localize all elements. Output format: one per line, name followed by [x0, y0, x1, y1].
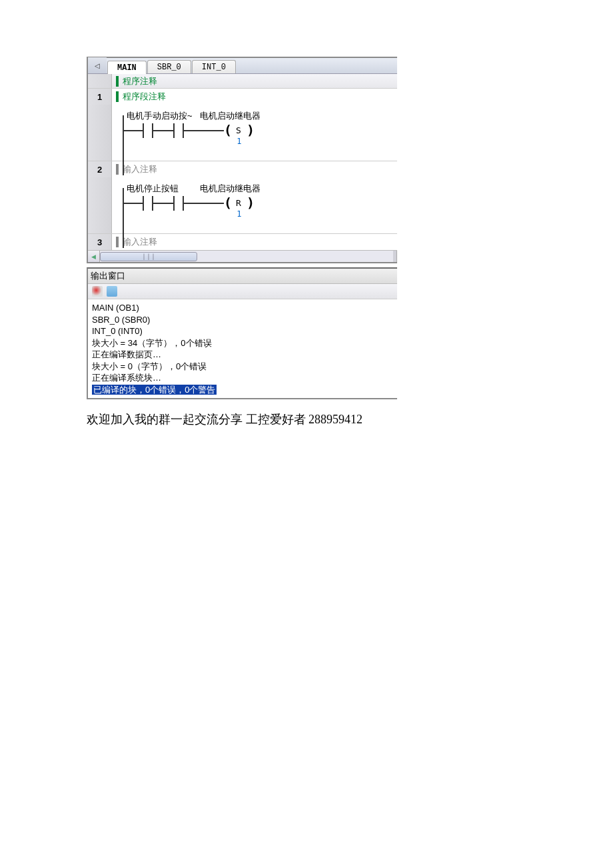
coil-reset[interactable]: ( R ) 1	[224, 195, 255, 211]
network-comment[interactable]: 程序段注释	[123, 91, 166, 103]
contact-no[interactable]	[143, 123, 153, 138]
network-comment[interactable]: 输入注释	[123, 163, 157, 175]
copy-output-icon[interactable]	[107, 286, 117, 297]
comment-bar-icon	[116, 164, 119, 175]
output-label: 电机启动继电器	[200, 183, 280, 195]
contact-no[interactable]	[143, 196, 153, 211]
output-label: 电机启动继电器	[200, 110, 280, 122]
paren-left-icon: (	[224, 122, 232, 138]
wire	[123, 203, 143, 204]
output-line: MAIN (OB1)	[92, 302, 393, 314]
tab-int0[interactable]: INT_0	[192, 60, 236, 73]
network-comment[interactable]: 输入注释	[123, 236, 157, 248]
caption-text: 欢迎加入我的群一起交流分享 工控爱好者 288959412	[87, 411, 613, 427]
output-line: 正在编译系统块…	[92, 372, 393, 384]
contact-label: 电机手动启动按~	[127, 110, 200, 122]
output-line: 块大小 = 34（字节），0个错误	[92, 337, 393, 349]
network-3: 3 输入注释	[88, 234, 397, 250]
left-power-rail	[123, 188, 124, 248]
tab-main[interactable]: MAIN	[107, 61, 147, 74]
scroll-left-button[interactable]	[88, 251, 100, 262]
program-comment-text[interactable]: 程序注释	[123, 75, 157, 87]
comment-bar-icon	[116, 91, 119, 102]
network-number[interactable]: 1	[88, 89, 112, 105]
output-line: 块大小 = 0（字节），0个错误	[92, 361, 393, 373]
output-highlight-line: 已编译的块，0个错误，0个警告	[92, 385, 217, 395]
paren-right-icon: )	[247, 195, 255, 211]
comment-bar-icon	[116, 237, 119, 247]
network-number[interactable]: 3	[88, 234, 112, 250]
coil-set[interactable]: ( S ) 1	[224, 122, 255, 138]
output-window-title: 输出窗口	[88, 269, 397, 284]
network-1: 1 程序段注释 电机手动启动按~ 电机启动继电器	[88, 89, 397, 161]
tab-bar: MAIN SBR_0 INT_0	[88, 58, 397, 74]
output-toolbar	[88, 284, 397, 299]
output-text[interactable]: MAIN (OB1) SBR_0 (SBR0) INT_0 (INT0) 块大小…	[88, 299, 397, 398]
gutter-empty	[88, 74, 112, 88]
contact-no[interactable]	[173, 123, 184, 138]
ladder-rung-2[interactable]: 电机停止按钮 电机启动继电器 ( R )	[112, 177, 397, 233]
output-line: SBR_0 (SBR0)	[92, 314, 393, 326]
tab-scroll-left[interactable]	[88, 57, 107, 73]
comment-bar-icon	[116, 76, 119, 87]
horizontal-scrollbar[interactable]: ⎪⎪⎪	[88, 250, 397, 262]
output-line: INT_0 (INT0)	[92, 325, 393, 337]
wire	[153, 130, 173, 131]
paren-left-icon: (	[224, 195, 232, 211]
splitter[interactable]	[393, 251, 397, 262]
contact-no[interactable]	[173, 196, 184, 211]
paren-right-icon: )	[247, 122, 255, 138]
wire	[184, 130, 224, 131]
plc-editor-window: MAIN SBR_0 INT_0 程序注释 1 程序段注释	[87, 57, 397, 399]
contact-label: 电机停止按钮	[127, 183, 200, 195]
network-2: 2 输入注释 电机停止按钮 电机启动继电器	[88, 161, 397, 234]
network-number[interactable]: 2	[88, 161, 112, 177]
scroll-track[interactable]: ⎪⎪⎪	[100, 251, 393, 262]
ladder-rung-1[interactable]: 电机手动启动按~ 电机启动继电器 ( S )	[112, 105, 397, 161]
output-line: 正在编译数据页…	[92, 349, 393, 361]
left-power-rail	[123, 115, 124, 175]
ladder-editor-panel: MAIN SBR_0 INT_0 程序注释 1 程序段注释	[87, 57, 397, 263]
wire	[184, 203, 224, 204]
output-window: 输出窗口 MAIN (OB1) SBR_0 (SBR0) INT_0 (INT0…	[87, 267, 397, 399]
clear-output-icon[interactable]	[92, 286, 103, 297]
program-comment-row: 程序注释	[88, 74, 397, 89]
wire	[153, 203, 173, 204]
wire	[123, 130, 143, 131]
scroll-thumb[interactable]: ⎪⎪⎪	[100, 252, 197, 261]
tab-sbr0[interactable]: SBR_0	[147, 60, 191, 73]
